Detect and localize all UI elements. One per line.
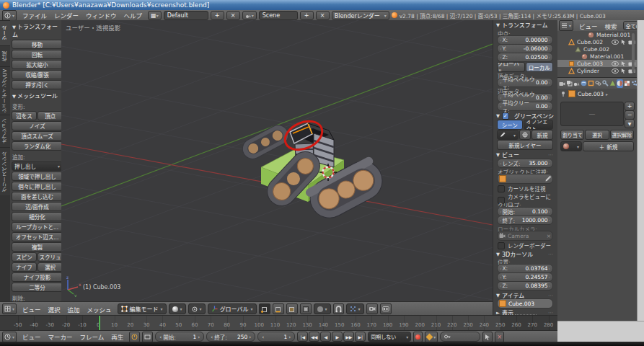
space-local-button[interactable]: ローカル: [526, 62, 554, 72]
tool-button-回転[interactable]: 回転: [12, 50, 63, 59]
render-engine-select[interactable]: Blenderレンダー▾: [332, 11, 389, 20]
delete-layout-button[interactable]: ×: [226, 11, 240, 20]
grease-scene-tab[interactable]: シーン: [497, 120, 523, 130]
view3d-menu-選択[interactable]: 選択: [45, 306, 64, 314]
toolshelf-tab-シェーディング/UV[interactable]: シェーディング/UV: [0, 66, 10, 115]
toolshelf-tab-ツール[interactable]: ツール: [0, 20, 10, 45]
info-menu-ファイル[interactable]: ファイル: [19, 12, 50, 19]
selectability-icon[interactable]: [621, 61, 626, 66]
toolshelf-tab-作成[interactable]: 作成: [0, 45, 10, 66]
outliner-row-Material.001[interactable]: Material.001: [557, 31, 637, 38]
keying-set-menu-button[interactable]: ▾: [425, 332, 438, 342]
material-slot-list[interactable]: —: [560, 102, 624, 126]
limit-to-visible-button[interactable]: [300, 303, 312, 314]
pivot-point-select[interactable]: ▾: [188, 303, 206, 314]
add-layout-button[interactable]: +: [211, 11, 224, 20]
play-button[interactable]: ▶: [332, 332, 343, 342]
insert-keyframe-button[interactable]: [482, 332, 493, 342]
tool-button-細分化[interactable]: 細分化: [12, 212, 63, 221]
tool-button-スクリュ[interactable]: スクリュ: [38, 252, 63, 262]
auto-keyframe-button[interactable]: [413, 332, 423, 342]
frame-end-field[interactable]: ‹終了: 250›: [206, 332, 255, 342]
properties-tab-world[interactable]: [581, 79, 587, 88]
viewport-shading-select[interactable]: ▾: [169, 303, 186, 314]
selectability-icon[interactable]: [621, 39, 626, 45]
view3d-menu-ビュー[interactable]: ビュー: [19, 306, 45, 314]
visibility-icon[interactable]: [612, 61, 619, 66]
outliner-row-Cylinder[interactable]: Cylinder: [557, 67, 637, 74]
mean-bevel-weight-field[interactable]: ‹平均ベベルウェ:0.00›: [497, 78, 553, 87]
properties-tab-render[interactable]: [559, 79, 565, 88]
slot-specials-menu-button[interactable]: ▼: [625, 119, 635, 128]
toolshelf-tab-グリースペンシル[interactable]: グリースペンシル: [0, 147, 10, 195]
snap-toggle-button[interactable]: [333, 303, 344, 314]
grease-draw-mode-select[interactable]: ▾: [497, 130, 519, 140]
tool-button-辺をス[interactable]: 辺をス: [12, 111, 37, 120]
render-border-checkbox[interactable]: レンダーボーダー: [498, 241, 554, 249]
cursor-z-field[interactable]: ‹Z:0.08395›: [497, 281, 553, 290]
playhead-current-frame[interactable]: [99, 316, 100, 331]
timeline-menu-フレーム[interactable]: フレーム: [76, 334, 108, 341]
panel-header-view[interactable]: ▼ビュー⋯: [496, 151, 554, 159]
previous-keyframe-button[interactable]: ◀◀: [309, 332, 319, 342]
tool-button-押す/引く[interactable]: 押す/引く: [12, 80, 63, 89]
jump-to-end-button[interactable]: ▶|: [355, 332, 366, 342]
info-menu-ヘルプ[interactable]: ヘルプ: [120, 12, 146, 19]
view3d-menu-追加[interactable]: 追加: [64, 306, 84, 314]
mode-select[interactable]: 編集モード▾: [118, 303, 167, 314]
grease-pencil-checkbox[interactable]: ✓: [502, 112, 509, 120]
timeline-menu-ビュー[interactable]: ビュー: [19, 334, 45, 341]
material-選択-button[interactable]: 選択: [585, 130, 609, 140]
properties-tab-modifiers[interactable]: [602, 79, 609, 88]
tool-button-選択[interactable]: 選択: [38, 262, 63, 272]
info-menu-ウィンドウ[interactable]: ウィンドウ: [82, 12, 120, 19]
frame-start-field[interactable]: ‹開始: 1›: [155, 332, 204, 342]
delete-scene-button[interactable]: ×: [316, 11, 330, 20]
timeline-menu-マーカー[interactable]: マーカー: [45, 334, 76, 341]
editor-type-icon[interactable]: ▾: [559, 20, 573, 31]
timeline-ruler[interactable]: -50-40-30-20-100102030405060708090100110…: [0, 315, 557, 331]
tool-button-スピン[interactable]: スピン: [12, 252, 37, 262]
editor-type-icon[interactable]: ▾: [2, 303, 17, 314]
panel-header-transform[interactable]: ▼トランスフォーム: [496, 21, 554, 29]
space-global-button[interactable]: グローバル: [497, 62, 525, 72]
panel-header-3d-cursor[interactable]: ▼3Dカーソル⋯: [496, 250, 554, 258]
grease-new-button[interactable]: 新規: [531, 130, 553, 140]
properties-tab-object[interactable]: [588, 79, 594, 88]
scene-icon[interactable]: ▾: [242, 11, 257, 20]
material-選択解除-button[interactable]: 選択解除: [610, 130, 634, 140]
use-preview-range-button[interactable]: [142, 332, 153, 342]
sync-mode-select[interactable]: 同期しない▾: [368, 332, 411, 342]
screen-layout-field[interactable]: Default: [164, 11, 208, 20]
tool-button-頂点[interactable]: 頂点: [38, 111, 63, 120]
viewport-3d[interactable]: ユーザー・透視投影 (1) Cube.003 z x y: [61, 20, 493, 301]
local-camera-field[interactable]: Camera×: [497, 231, 553, 241]
properties-tab-render-layers[interactable]: [566, 79, 573, 88]
snap-element-select[interactable]: ▾: [346, 303, 364, 314]
transform-orientation-select[interactable]: グローバル▾: [208, 303, 257, 314]
panel-header-meshtools[interactable]: ▼ メッシュツール: [12, 90, 63, 101]
tool-button-頂点スムーズ[interactable]: 頂点スムーズ: [12, 131, 63, 141]
next-keyframe-button[interactable]: ▶▶: [343, 332, 354, 342]
tool-button-ナイフ投影[interactable]: ナイフ投影: [12, 272, 63, 282]
visibility-icon[interactable]: [612, 68, 619, 74]
tool-button-面を差し込む[interactable]: 面を差し込む: [12, 192, 63, 201]
properties-tab-scene[interactable]: [573, 79, 580, 88]
outliner-menu-検索[interactable]: 検索: [601, 23, 621, 30]
outliner-row-Cube.002[interactable]: Cube.002: [557, 38, 637, 45]
tool-button-ループカットと...[interactable]: ループカットと...: [12, 222, 63, 231]
panel-header-grease-pencil[interactable]: ▼✓グリースペンシルレイ: [496, 112, 554, 120]
editor-type-icon[interactable]: ▾: [2, 10, 17, 21]
timeline-menu-再生[interactable]: 再生: [107, 334, 127, 341]
info-menu-レンダー[interactable]: レンダー: [50, 12, 82, 19]
face-select-mode-button[interactable]: [286, 303, 298, 314]
properties-tab-material[interactable]: [617, 79, 623, 88]
tool-button-拡大縮小[interactable]: 拡大縮小: [12, 60, 63, 69]
delete-keyframe-button[interactable]: ×: [495, 332, 504, 342]
outliner-row-Cube.003[interactable]: Cube.003: [557, 60, 637, 67]
breadcrumb-object-name[interactable]: Cube.003: [578, 91, 604, 97]
lens-field[interactable]: ‹レンズ:35.000›: [497, 159, 553, 168]
new-layer-button[interactable]: 新規レイヤー: [497, 140, 553, 150]
properties-tab-texture[interactable]: [624, 79, 630, 88]
mean-crease-field[interactable]: ‹平均クリース:0.00›: [497, 102, 553, 111]
